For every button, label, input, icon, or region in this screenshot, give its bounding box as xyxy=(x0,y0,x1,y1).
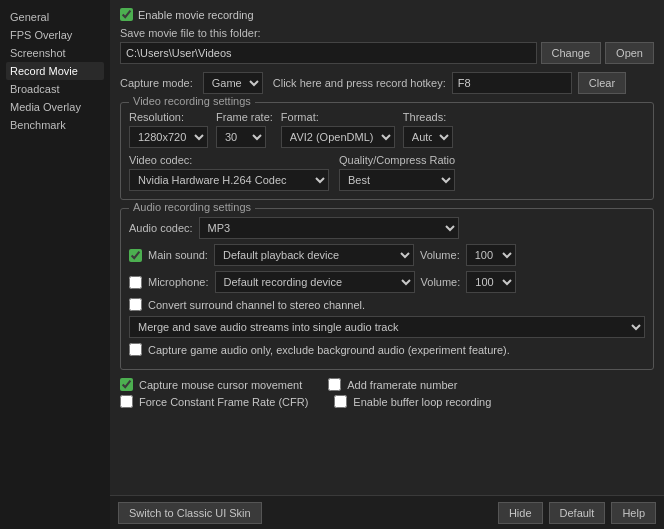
clear-button[interactable]: Clear xyxy=(578,72,626,94)
capture-mode-label: Capture mode: xyxy=(120,77,193,89)
add-framerate-label[interactable]: Add framerate number xyxy=(347,379,457,391)
folder-row: Change Open xyxy=(120,42,654,64)
hotkey-group: Click here and press record hotkey: Clea… xyxy=(273,72,626,94)
enable-buffer-label[interactable]: Enable buffer loop recording xyxy=(353,396,491,408)
mic-volume-select[interactable]: 100 xyxy=(466,271,516,293)
hotkey-label: Click here and press record hotkey: xyxy=(273,77,446,89)
sidebar-item-fps-overlay[interactable]: FPS Overlay xyxy=(6,26,104,44)
open-button[interactable]: Open xyxy=(605,42,654,64)
add-framerate-checkbox[interactable] xyxy=(328,378,341,391)
mic-device-select[interactable]: Default recording device xyxy=(215,271,415,293)
mic-volume-label: Volume: xyxy=(421,276,461,288)
capture-game-checkbox[interactable] xyxy=(129,343,142,356)
framerate-select[interactable]: 30 xyxy=(216,126,266,148)
capture-game-label[interactable]: Capture game audio only, exclude backgro… xyxy=(148,344,510,356)
enable-label[interactable]: Enable movie recording xyxy=(138,9,254,21)
audio-settings-group: Audio recording settings Audio codec: MP… xyxy=(120,208,654,370)
resolution-field: Resolution: 1280x720 xyxy=(129,111,208,148)
capture-mode-row: Capture mode: Game Click here and press … xyxy=(120,72,654,94)
sidebar-item-benchmark[interactable]: Benchmark xyxy=(6,116,104,134)
bottom-checks: Capture mouse cursor movement Add framer… xyxy=(120,378,654,408)
sidebar-item-broadcast[interactable]: Broadcast xyxy=(6,80,104,98)
threads-select[interactable]: Auto xyxy=(403,126,453,148)
cfr-buffer-row: Force Constant Frame Rate (CFR) Enable b… xyxy=(120,395,654,408)
audio-codec-label: Audio codec: xyxy=(129,222,193,234)
sidebar-item-record-movie[interactable]: Record Movie xyxy=(6,62,104,80)
hide-button[interactable]: Hide xyxy=(498,502,543,524)
capture-game-row: Capture game audio only, exclude backgro… xyxy=(129,343,645,356)
sidebar-item-media-overlay[interactable]: Media Overlay xyxy=(6,98,104,116)
codec-select[interactable]: Nvidia Hardware H.264 Codec xyxy=(129,169,329,191)
surround-row: Convert surround channel to stereo chann… xyxy=(129,298,645,311)
mic-row: Microphone: Default recording device Vol… xyxy=(129,271,645,293)
audio-codec-row: Audio codec: MP3 xyxy=(129,217,645,239)
hotkey-input[interactable] xyxy=(452,72,572,94)
folder-path-input[interactable] xyxy=(120,42,537,64)
capture-cursor-label[interactable]: Capture mouse cursor movement xyxy=(139,379,302,391)
quality-select[interactable]: Best xyxy=(339,169,455,191)
enable-row: Enable movie recording xyxy=(120,8,654,21)
mic-checkbox[interactable] xyxy=(129,276,142,289)
main-content: Enable movie recording Save movie file t… xyxy=(110,0,664,529)
threads-label: Threads: xyxy=(403,111,453,123)
enable-checkbox[interactable] xyxy=(120,8,133,21)
framerate-field: Frame rate: 30 xyxy=(216,111,273,148)
sidebar-item-screenshot[interactable]: Screenshot xyxy=(6,44,104,62)
merge-select[interactable]: Merge and save audio streams into single… xyxy=(129,316,645,338)
surround-label[interactable]: Convert surround channel to stereo chann… xyxy=(148,299,365,311)
main-sound-label[interactable]: Main sound: xyxy=(148,249,208,261)
video-settings-group: Video recording settings Resolution: 128… xyxy=(120,102,654,200)
threads-field: Threads: Auto xyxy=(403,111,453,148)
main-sound-checkbox[interactable] xyxy=(129,249,142,262)
surround-checkbox[interactable] xyxy=(129,298,142,311)
main-volume-select[interactable]: 100 xyxy=(466,244,516,266)
framerate-label: Frame rate: xyxy=(216,111,273,123)
sidebar-item-general[interactable]: General xyxy=(6,8,104,26)
save-folder-label: Save movie file to this folder: xyxy=(120,27,654,39)
main-sound-row: Main sound: Default playback device Volu… xyxy=(129,244,645,266)
audio-group-title: Audio recording settings xyxy=(129,201,255,213)
resolution-select[interactable]: 1280x720 xyxy=(129,126,208,148)
change-button[interactable]: Change xyxy=(541,42,602,64)
codec-label: Video codec: xyxy=(129,154,329,166)
codec-field: Video codec: Nvidia Hardware H.264 Codec xyxy=(129,154,329,191)
codec-row: Video codec: Nvidia Hardware H.264 Codec… xyxy=(129,154,645,191)
sidebar: General FPS Overlay Screenshot Record Mo… xyxy=(0,0,110,529)
force-cfr-checkbox[interactable] xyxy=(120,395,133,408)
format-field: Format: AVI2 (OpenDML) xyxy=(281,111,395,148)
format-select[interactable]: AVI2 (OpenDML) xyxy=(281,126,395,148)
quality-field: Quality/Compress Ratio Best xyxy=(339,154,455,191)
force-cfr-label[interactable]: Force Constant Frame Rate (CFR) xyxy=(139,396,308,408)
footer-right: Hide Default Help xyxy=(498,502,656,524)
resolution-label: Resolution: xyxy=(129,111,208,123)
cursor-framerate-row: Capture mouse cursor movement Add framer… xyxy=(120,378,654,391)
format-label: Format: xyxy=(281,111,395,123)
merge-row: Merge and save audio streams into single… xyxy=(129,316,645,338)
capture-cursor-checkbox[interactable] xyxy=(120,378,133,391)
footer: Switch to Classic UI Skin Hide Default H… xyxy=(110,495,664,529)
capture-mode-select[interactable]: Game xyxy=(203,72,263,94)
video-grid: Resolution: 1280x720 Frame rate: 30 Form… xyxy=(129,111,645,148)
main-volume-label: Volume: xyxy=(420,249,460,261)
default-button[interactable]: Default xyxy=(549,502,606,524)
enable-buffer-checkbox[interactable] xyxy=(334,395,347,408)
audio-codec-select[interactable]: MP3 xyxy=(199,217,459,239)
main-sound-device-select[interactable]: Default playback device xyxy=(214,244,414,266)
help-button[interactable]: Help xyxy=(611,502,656,524)
video-group-title: Video recording settings xyxy=(129,95,255,107)
mic-label[interactable]: Microphone: xyxy=(148,276,209,288)
classic-ui-button[interactable]: Switch to Classic UI Skin xyxy=(118,502,262,524)
quality-label: Quality/Compress Ratio xyxy=(339,154,455,166)
